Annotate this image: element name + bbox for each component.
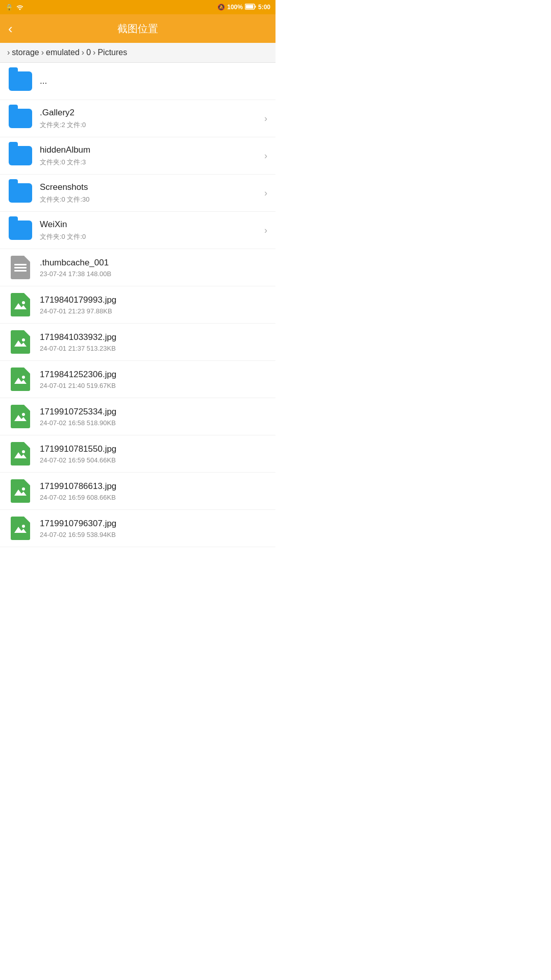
svg-marker-11 [14,452,27,458]
status-bar: 🔒 🔕 100% 5:00 [0,0,276,14]
list-item[interactable]: 1719841033932.jpg24-07-01 21:37 513.23KB [0,324,276,361]
file-meta: 文件夹:0 文件:0 [40,232,260,241]
breadcrumb-storage[interactable]: storage [12,48,39,57]
list-item[interactable]: 1719910786613.jpg24-07-02 16:59 608.66KB [0,473,276,510]
file-list: ....Gallery2文件夹:2 文件:0›hiddenAlbum文件夹:0 … [0,63,276,547]
chevron-right-icon: › [264,225,267,236]
file-name: hiddenAlbum [40,144,260,156]
file-meta: 文件夹:2 文件:0 [40,120,260,130]
file-meta: 24-07-02 16:59 608.66KB [40,494,267,501]
list-item[interactable]: 1719910781550.jpg24-07-02 16:59 504.66KB [0,435,276,473]
image-icon [8,330,33,354]
svg-point-16 [22,525,25,528]
list-item[interactable]: 1719910796307.jpg24-07-02 16:59 538.94KB [0,510,276,547]
svg-marker-7 [14,378,27,384]
svg-marker-9 [14,415,27,421]
list-item[interactable]: 1719840179993.jpg24-07-01 21:23 97.88KB [0,286,276,324]
svg-rect-1 [245,5,253,8]
wifi-icon [16,3,24,12]
file-meta: 24-07-02 16:59 504.66KB [40,456,267,464]
list-item[interactable]: ... [0,63,276,100]
chevron-right-icon: › [264,151,267,161]
chevron-right-icon: › [264,188,267,199]
file-name: WeiXin [40,219,260,230]
list-item[interactable]: WeiXin文件夹:0 文件:0› [0,212,276,249]
image-icon [8,404,33,429]
file-name: 1719840179993.jpg [40,295,267,306]
file-name: 1719841033932.jpg [40,332,267,343]
list-item[interactable]: .Gallery2文件夹:2 文件:0› [0,100,276,137]
folder-icon [8,106,33,131]
file-name: 1719910786613.jpg [40,481,267,492]
breadcrumb-0[interactable]: 0 [86,48,91,57]
svg-point-8 [22,376,25,379]
folder-icon [8,181,33,205]
list-item[interactable]: 1719841252306.jpg24-07-01 21:40 519.67KB [0,361,276,398]
lock-icon: 🔒 [5,4,13,11]
list-item[interactable]: 1719910725334.jpg24-07-02 16:58 518.90KB [0,398,276,435]
no-bell-icon: 🔕 [217,4,225,11]
svg-marker-3 [14,303,27,309]
breadcrumb-sep-2: › [82,48,84,57]
file-meta: 24-07-02 16:59 538.94KB [40,531,267,538]
breadcrumb-sep-1: › [41,48,44,57]
list-item[interactable]: Screenshots文件夹:0 文件:30› [0,175,276,212]
svg-point-14 [22,487,25,491]
breadcrumb-emulated[interactable]: emulated [46,48,80,57]
svg-marker-15 [14,527,27,533]
file-name: .thumbcache_001 [40,257,267,268]
image-icon [8,516,33,541]
svg-marker-5 [14,340,27,347]
time-display: 5:00 [258,4,270,11]
app-header: ‹ 截图位置 [0,14,276,43]
file-meta: 文件夹:0 文件:3 [40,158,260,167]
battery-icon [245,4,256,11]
list-item[interactable]: hiddenAlbum文件夹:0 文件:3› [0,137,276,175]
file-meta: 24-07-02 16:58 518.90KB [40,419,267,427]
image-icon [8,442,33,466]
file-name: 1719910781550.jpg [40,444,267,455]
file-name: 1719841252306.jpg [40,369,267,380]
page-title: 截图位置 [117,22,158,36]
file-meta: 24-07-01 21:23 97.88KB [40,307,267,315]
svg-marker-13 [14,489,27,496]
file-meta: 24-07-01 21:37 513.23KB [40,345,267,352]
file-name: 1719910725334.jpg [40,406,267,418]
image-icon [8,479,33,503]
file-name: ... [40,76,267,87]
svg-point-4 [22,301,25,304]
status-left-icons: 🔒 [5,3,24,12]
back-button[interactable]: ‹ [8,21,13,37]
breadcrumb-sep-0: › [7,48,10,57]
file-meta: 23-07-24 17:38 148.00B [40,270,267,278]
file-name: .Gallery2 [40,107,260,118]
battery-percent: 100% [227,4,243,11]
breadcrumb-pictures[interactable]: Pictures [97,48,127,57]
svg-point-12 [22,450,25,453]
image-icon [8,292,33,317]
chevron-right-icon: › [264,113,267,124]
file-name: 1719910796307.jpg [40,518,267,529]
svg-point-6 [22,338,25,341]
list-item[interactable]: .thumbcache_00123-07-24 17:38 148.00B [0,249,276,286]
file-name: Screenshots [40,182,260,193]
folder-icon [8,143,33,168]
file-meta: 24-07-01 21:40 519.67KB [40,382,267,389]
breadcrumb-sep-3: › [93,48,95,57]
image-icon [8,367,33,391]
document-icon [8,255,33,280]
svg-rect-2 [255,6,256,8]
folder-icon [8,69,33,93]
file-meta: 文件夹:0 文件:30 [40,195,260,204]
folder-icon [8,218,33,242]
breadcrumb: › storage › emulated › 0 › Pictures [0,43,276,63]
svg-point-10 [22,413,25,416]
status-right-info: 🔕 100% 5:00 [217,4,270,11]
